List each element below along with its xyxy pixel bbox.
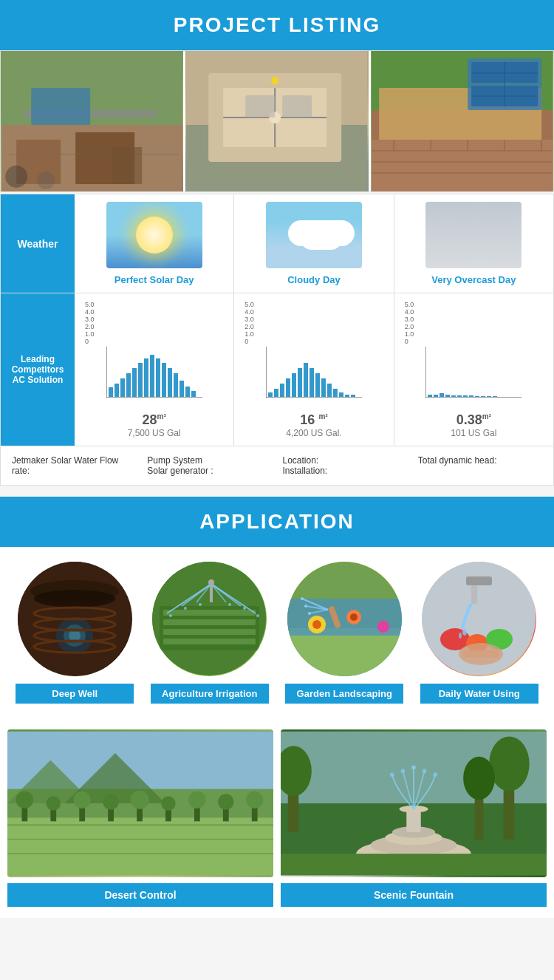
weather-perfect-label: Perfect Solar Day xyxy=(82,274,226,285)
svg-point-117 xyxy=(256,614,259,617)
svg-rect-76 xyxy=(434,395,438,397)
svg-point-178 xyxy=(463,757,495,800)
svg-rect-50 xyxy=(162,363,166,397)
svg-point-124 xyxy=(312,620,321,629)
app-label-deepwell: Deep Well xyxy=(16,684,134,704)
application-header: APPLICATION xyxy=(0,497,554,547)
svg-rect-83 xyxy=(475,396,479,397)
svg-rect-5 xyxy=(31,88,90,125)
weather-cloudy-label: Cloudy Day xyxy=(242,274,386,285)
svg-rect-64 xyxy=(304,363,308,397)
svg-rect-77 xyxy=(440,393,444,397)
svg-rect-146 xyxy=(7,817,273,875)
svg-rect-65 xyxy=(310,368,314,397)
svg-rect-183 xyxy=(406,811,420,832)
svg-point-127 xyxy=(377,621,389,633)
svg-rect-45 xyxy=(132,368,137,397)
project-photo-2 xyxy=(183,51,368,191)
app-item-water: Daily Water Using xyxy=(420,562,538,704)
svg-rect-41 xyxy=(109,387,113,397)
svg-rect-61 xyxy=(286,378,290,397)
svg-rect-69 xyxy=(333,389,338,397)
svg-point-134 xyxy=(308,612,311,615)
svg-rect-70 xyxy=(339,392,343,397)
svg-rect-67 xyxy=(321,378,326,397)
svg-rect-19 xyxy=(282,95,312,118)
weather-label: Weather xyxy=(1,194,75,293)
svg-rect-119 xyxy=(210,580,213,602)
svg-rect-71 xyxy=(345,395,349,397)
svg-point-132 xyxy=(301,597,304,600)
svg-point-157 xyxy=(103,794,118,809)
app-label-water: Daily Water Using xyxy=(420,684,538,704)
svg-rect-102 xyxy=(163,610,256,616)
svg-rect-46 xyxy=(138,363,143,397)
svg-point-116 xyxy=(243,607,246,610)
svg-rect-43 xyxy=(120,378,125,397)
svg-rect-85 xyxy=(487,396,491,397)
app-item-deepwell: Deep Well xyxy=(16,562,134,704)
spec-head: Total dynamic head: xyxy=(418,455,542,476)
app-item-garden: Garden Landscaping xyxy=(285,562,403,704)
svg-point-155 xyxy=(74,791,91,808)
svg-rect-49 xyxy=(156,358,160,397)
project-photo-3 xyxy=(369,51,553,191)
svg-rect-60 xyxy=(280,384,284,397)
bottom-item-desert: Desert Control xyxy=(7,729,273,907)
svg-point-188 xyxy=(423,769,427,773)
volume-1: 28m³ xyxy=(82,412,226,428)
svg-rect-75 xyxy=(428,395,432,397)
svg-rect-105 xyxy=(163,639,256,644)
svg-rect-84 xyxy=(481,396,485,397)
competitor-item-1: 5.04.03.02.01.00 xyxy=(75,293,233,446)
svg-rect-7 xyxy=(112,147,142,184)
svg-point-167 xyxy=(246,791,263,808)
svg-rect-30 xyxy=(372,140,553,191)
svg-point-115 xyxy=(228,603,231,606)
project-listing-header: PROJECT LISTING xyxy=(0,0,554,50)
svg-point-187 xyxy=(411,765,416,769)
svg-rect-57 xyxy=(266,347,267,398)
svg-rect-53 xyxy=(179,381,184,397)
app-label-garden: Garden Landscaping xyxy=(285,684,403,704)
svg-rect-18 xyxy=(245,95,275,118)
svg-rect-62 xyxy=(292,373,296,397)
svg-point-126 xyxy=(350,613,358,621)
application-icons: Deep Well xyxy=(0,547,554,718)
volume-2: 16 m³ xyxy=(242,412,386,428)
bottom-images-row: Desert Control xyxy=(0,718,554,918)
svg-rect-44 xyxy=(126,373,131,397)
svg-point-159 xyxy=(130,790,148,809)
weather-overcast: Very Overcast Day xyxy=(394,194,553,293)
weather-overcast-label: Very Overcast Day xyxy=(402,274,546,285)
svg-rect-68 xyxy=(327,384,332,397)
project-photos-row xyxy=(0,50,554,192)
svg-point-112 xyxy=(169,614,172,617)
svg-point-9 xyxy=(37,171,55,189)
volume-sub-1: 7,500 US Gal xyxy=(82,428,226,438)
svg-rect-42 xyxy=(114,384,119,397)
svg-rect-56 xyxy=(266,397,362,398)
svg-point-8 xyxy=(5,166,27,188)
spec-flowrate: Jetmaker Solar Water Flow rate: xyxy=(12,455,136,476)
svg-rect-86 xyxy=(493,396,497,397)
weather-perfect: Perfect Solar Day xyxy=(75,194,233,293)
bottom-label-fountain: Scenic Fountain xyxy=(281,883,547,907)
svg-point-165 xyxy=(218,794,233,809)
svg-rect-136 xyxy=(466,576,492,585)
weather-row: Weather Perfect Solar Day Cloudy Day Ver… xyxy=(0,194,554,446)
svg-rect-54 xyxy=(185,387,190,397)
svg-rect-142 xyxy=(462,650,499,658)
svg-rect-66 xyxy=(315,373,320,397)
svg-point-143 xyxy=(462,628,467,636)
svg-rect-79 xyxy=(451,395,456,397)
svg-rect-51 xyxy=(168,368,172,397)
bottom-item-fountain: Scenic Fountain xyxy=(281,729,547,907)
svg-rect-78 xyxy=(445,395,450,397)
svg-rect-80 xyxy=(457,395,462,397)
svg-rect-52 xyxy=(174,373,178,397)
volume-sub-2: 4,200 US Gal. xyxy=(242,428,386,438)
svg-rect-72 xyxy=(351,395,355,397)
svg-rect-190 xyxy=(281,854,547,875)
svg-rect-82 xyxy=(469,395,473,397)
